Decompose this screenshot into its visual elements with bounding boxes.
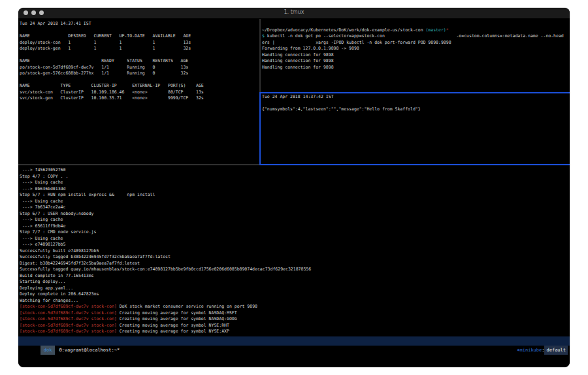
terminal-window: 1. tmux Tue 24 Apr 2018 14:37:41 IST NAM… <box>18 8 570 367</box>
tmux-terminal: Tue 24 Apr 2018 14:37:41 IST NAME DESIRE… <box>18 19 570 367</box>
terminal-line: ---> Using cache <box>20 236 568 242</box>
terminal-line: ---> Using cache <box>20 180 568 186</box>
terminal-line: $ kubectl -n dok get po --selector=app=s… <box>262 33 568 40</box>
terminal-line: Step 7/7 : CMD node service.js <box>20 229 568 236</box>
pane-skaffold-log[interactable]: ---> f45623052760Step 4/7 : COPY . . ---… <box>20 165 568 337</box>
terminal-line: Successfully built e74898127bb5 <box>20 248 568 255</box>
terminal-line: po/stock-con-5d7df689cf-dwc7v 1/1 Runnin… <box>20 65 259 71</box>
terminal-line: [stock-con-5d7df689cf-dwc7v stock-con] C… <box>20 310 568 317</box>
terminal-line: Forwarding from 127.0.0.1:9898 -> 9898 <box>262 46 568 52</box>
k8s-context-name: minikube <box>520 348 542 353</box>
terminal-line: Successfully tagged quay.io/mhausenblas/… <box>20 267 568 273</box>
terminal-line: Step 5/7 : RUN npm install express && np… <box>20 192 568 199</box>
screenshot-root: 1. tmux Tue 24 Apr 2018 14:37:41 IST NAM… <box>0 0 588 375</box>
k8s-namespace-badge: default <box>544 346 568 355</box>
terminal-line: NAME DESIRED CURRENT UP-TO-DATE AVAILABL… <box>20 33 259 40</box>
terminal-line: ~/Dropbox/advocacy/Kubernetes/DoK/work/d… <box>262 27 568 34</box>
terminal-line: ---> f45623052760 <box>20 167 568 174</box>
terminal-line <box>20 52 259 59</box>
terminal-line: Handling connection for 9898 <box>262 52 568 59</box>
terminal-line: [stock-con-5d7df689cf-dwc7v stock-con] D… <box>20 304 568 310</box>
window-title: 1. tmux <box>18 9 570 15</box>
terminal-line: ---> 65611ff9db4e <box>20 223 568 230</box>
pane-border-horizontal-active-bottom[interactable] <box>259 164 570 165</box>
terminal-line: svc/stock-gen ClusterIP 10.100.35.71 <no… <box>20 95 259 102</box>
terminal-line: Deploy complete in 286.647823ms <box>20 291 568 298</box>
terminal-line <box>20 77 259 84</box>
pane-kubectl-watch[interactable]: Tue 24 Apr 2018 14:37:41 IST NAME DESIRE… <box>20 19 259 165</box>
pane-border-vertical-active[interactable] <box>259 92 261 165</box>
terminal-line: ---> Using cache <box>20 199 568 205</box>
terminal-line: po/stock-gen-576cc688bb-277hx 1/1 Runnin… <box>20 71 259 77</box>
terminal-line: ---> 7b6347ce2a4c <box>20 204 568 211</box>
terminal-line: {"numsymbols":4,"lastseen":"","message":… <box>262 106 568 113</box>
terminal-line: svc/stock-con ClusterIP 10.109.186.46 <n… <box>20 90 259 96</box>
pane-port-forward[interactable]: ~/Dropbox/advocacy/Kubernetes/DoK/work/d… <box>262 19 568 93</box>
terminal-line: Deploying app.yaml... <box>20 285 568 292</box>
terminal-line: Starting deploy... <box>20 279 568 285</box>
terminal-line: Tue 24 Apr 2018 14:37:42 IST <box>262 94 568 101</box>
k8s-context-indicator: ⎈minikube:default <box>489 336 568 346</box>
terminal-line: ---> 0b636bd013dd <box>20 186 568 193</box>
terminal-line: ers | xargs -IPOD kubectl -n dok port-fo… <box>262 40 568 46</box>
terminal-line <box>262 101 568 107</box>
terminal-line: deploy/stock-con 1 1 1 1 13s <box>20 40 259 46</box>
terminal-line: Step 6/7 : USER nobody:nobody <box>20 211 568 218</box>
terminal-line: [stock-con-5d7df689cf-dwc7v stock-con] C… <box>20 316 568 323</box>
terminal-line: NAME TYPE CLUSTER-IP EXTERNAL-IP PORT(S)… <box>20 83 259 90</box>
tmux-status-bar: dok0:vagrant@localhost:~* ⎈minikube:defa… <box>18 336 570 346</box>
terminal-line: Successfully tagged b38b42246945fd7f32c5… <box>20 254 568 261</box>
terminal-line <box>20 27 259 34</box>
pane-curl-output[interactable]: Tue 24 Apr 2018 14:37:42 IST {"numsymbol… <box>262 93 568 164</box>
terminal-line: Handling connection for 9898 <box>262 65 568 71</box>
terminal-line: NAME READY STATUS RESTARTS AGE <box>20 58 259 65</box>
terminal-line: Step 4/7 : COPY . . <box>20 174 568 180</box>
pane-border-vertical-inactive[interactable] <box>259 19 261 92</box>
terminal-line: Digest: b38b42246945fd7f32c5ba9aea7af7fd… <box>20 261 568 267</box>
session-name-badge[interactable]: dok <box>41 346 56 355</box>
terminal-line: deploy/stock-gen 1 1 1 1 32s <box>20 46 259 52</box>
pane-border-horizontal-inactive[interactable] <box>18 164 259 165</box>
terminal-line: Watching for changes... <box>20 298 568 304</box>
terminal-line: Handling connection for 9898 <box>262 58 568 65</box>
active-window-label[interactable]: 0:vagrant@localhost:~* <box>55 348 120 353</box>
terminal-line: ---> e74898127bb5 <box>20 242 568 248</box>
terminal-line: [stock-con-5d7df689cf-dwc7v stock-con] C… <box>20 329 568 335</box>
terminal-line: Build complete in 77.165413ms <box>20 273 568 280</box>
terminal-line: [stock-con-5d7df689cf-dwc7v stock-con] C… <box>20 323 568 329</box>
pane-border-horizontal-active-top[interactable] <box>261 92 570 93</box>
window-titlebar[interactable]: 1. tmux <box>18 8 570 19</box>
terminal-line <box>262 21 568 27</box>
terminal-line: ---> Using cache <box>20 217 568 223</box>
terminal-line: Tue 24 Apr 2018 14:37:41 IST <box>20 21 259 27</box>
